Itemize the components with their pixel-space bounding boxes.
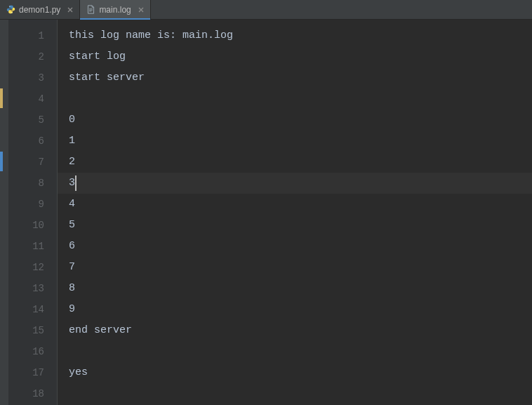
code-line[interactable]: start log xyxy=(69,46,532,67)
line-number: 16 xyxy=(8,341,44,362)
close-icon[interactable] xyxy=(138,6,145,13)
code-line[interactable]: 9 xyxy=(69,299,532,320)
tab-demon1[interactable]: demon1.py xyxy=(0,0,80,19)
code-line[interactable]: 3 xyxy=(69,173,532,194)
line-number: 12 xyxy=(8,257,44,278)
tab-label: demon1.py xyxy=(19,5,60,15)
code-line[interactable]: 7 xyxy=(69,257,532,278)
line-number: 13 xyxy=(8,278,44,299)
line-number: 2 xyxy=(8,46,44,67)
line-number: 5 xyxy=(8,109,44,131)
code-line[interactable]: 2 xyxy=(69,152,532,173)
tab-label: main.log xyxy=(99,5,131,15)
line-number: 10 xyxy=(8,215,44,236)
code-line[interactable]: 8 xyxy=(69,278,532,299)
line-number: 1 xyxy=(8,25,44,46)
line-number: 7 xyxy=(8,152,44,173)
close-icon[interactable] xyxy=(67,6,74,13)
code-line[interactable] xyxy=(69,88,532,109)
line-number: 4 xyxy=(8,88,44,109)
line-number: 15 xyxy=(8,320,44,341)
code-line[interactable] xyxy=(69,341,532,362)
file-icon xyxy=(86,5,95,15)
gutter-marker-strip xyxy=(0,20,8,405)
code-line[interactable]: end server xyxy=(69,320,532,341)
gutter-marker xyxy=(0,152,3,171)
editor-area: 123456789101112131415161718 this log nam… xyxy=(0,20,532,405)
tab-mainlog[interactable]: main.log xyxy=(80,0,150,19)
code-line[interactable]: yes xyxy=(69,362,532,383)
python-icon xyxy=(6,5,15,15)
line-number: 9 xyxy=(8,194,44,215)
code-content[interactable]: this log name is: main.logstart logstart… xyxy=(58,20,532,405)
line-number: 3 xyxy=(8,67,44,88)
line-number: 14 xyxy=(8,299,44,320)
gutter-marker xyxy=(0,88,3,108)
code-line[interactable] xyxy=(69,383,532,404)
line-number: 6 xyxy=(8,131,44,152)
line-number-gutter: 123456789101112131415161718 xyxy=(8,20,58,405)
line-number: 11 xyxy=(8,236,44,257)
code-line[interactable]: this log name is: main.log xyxy=(69,25,532,46)
svg-point-0 xyxy=(9,6,10,6)
tab-bar: demon1.py main.log xyxy=(0,0,532,20)
code-line[interactable]: start server xyxy=(69,67,532,88)
text-caret xyxy=(75,175,77,191)
code-line[interactable]: 4 xyxy=(69,194,532,215)
code-line[interactable]: 6 xyxy=(69,236,532,257)
line-number: 17 xyxy=(8,362,44,383)
code-line[interactable]: 0 xyxy=(69,109,532,131)
line-number: 18 xyxy=(8,383,44,404)
line-number: 8 xyxy=(8,173,44,194)
code-line[interactable]: 5 xyxy=(69,215,532,236)
code-line[interactable]: 1 xyxy=(69,131,532,152)
svg-point-1 xyxy=(11,12,12,13)
